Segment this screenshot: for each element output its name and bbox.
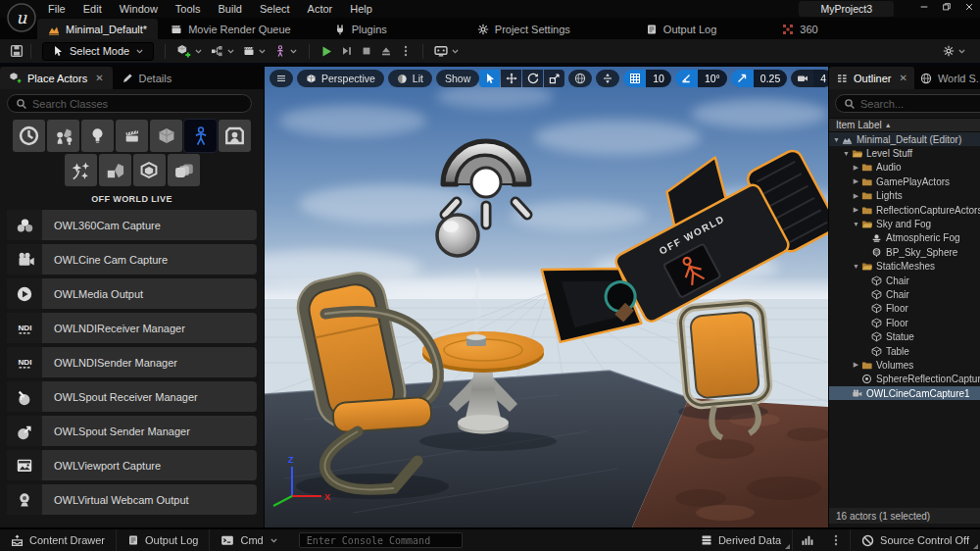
menu-window[interactable]: Window — [111, 1, 167, 17]
outliner-search-field[interactable] — [835, 94, 980, 113]
outliner-row-sky-and-fog[interactable]: ▼Sky and Fog — [829, 217, 980, 230]
category-shapes[interactable] — [150, 120, 182, 152]
show-dropdown[interactable]: Show — [436, 70, 479, 87]
category-characters[interactable] — [184, 120, 217, 152]
menu-select[interactable]: Select — [251, 1, 299, 17]
outliner-row-bp-sky-sphere[interactable]: BP_Sky_Sphere — [829, 245, 980, 259]
save-button[interactable] — [10, 44, 24, 58]
category-cinematic[interactable] — [116, 120, 148, 152]
outliner-row-statue[interactable]: Statue — [829, 329, 980, 343]
outliner-row-level-stuff[interactable]: ▼Level Stuff — [829, 146, 980, 160]
frame-skip-button[interactable] — [337, 40, 357, 62]
grid-snap-control[interactable]: 10 — [623, 70, 671, 87]
expander-icon[interactable]: ▼ — [852, 221, 860, 227]
minimize-icon[interactable] — [919, 2, 929, 12]
outliner-row-audio[interactable]: ▶Audio — [829, 161, 980, 175]
sphere-sprite[interactable] — [437, 215, 478, 256]
maximize-icon[interactable] — [942, 2, 952, 12]
outliner-row-volumes[interactable]: ▶Volumes — [829, 358, 980, 372]
outliner-row-floor[interactable]: Floor — [829, 302, 980, 316]
place-item-owlmedia-output[interactable]: OWLMedia Output — [7, 278, 257, 309]
rotation-snap-control[interactable]: 10° — [675, 70, 727, 87]
output-log-button[interactable]: Output Log — [117, 529, 210, 551]
place-item-owlvirtual-webcam-output[interactable]: OWLVirtual Webcam Output — [7, 484, 257, 515]
stop-button[interactable] — [357, 40, 376, 62]
tab-details[interactable]: Details — [113, 67, 181, 89]
outliner-row-chair[interactable]: Chair — [829, 287, 980, 301]
place-item-owlndireceiver-manager[interactable]: NDIOWLNDIReceiver Manager — [7, 313, 257, 343]
expander-icon[interactable]: ▶ — [852, 206, 860, 214]
insights-button[interactable] — [793, 529, 822, 551]
eject-button[interactable] — [376, 40, 396, 62]
cinematics-dropdown[interactable] — [239, 40, 270, 62]
expander-icon[interactable]: ▼ — [842, 150, 851, 157]
menu-tools[interactable]: Tools — [167, 1, 210, 17]
outliner-row-gameplayactors[interactable]: ▶GamePlayActors — [829, 175, 980, 188]
category-visual-effects[interactable] — [65, 154, 97, 186]
outliner-row-minimal-default-editor[interactable]: ▼Minimal_Default (Editor) — [829, 132, 980, 146]
tab-project-settings[interactable]: Project Settings — [466, 19, 581, 39]
tab-minimal-default[interactable]: Minimal_Default* — [37, 19, 158, 39]
tab-movie-render-queue[interactable]: Movie Render Queue — [160, 19, 302, 39]
outliner-row-spherereflectioncapture[interactable]: SphereReflectionCapture — [829, 373, 980, 386]
tab-place-actors[interactable]: Place Actors ✕ — [0, 67, 113, 89]
category-recently-placed[interactable] — [13, 120, 45, 152]
settings-dropdown[interactable] — [939, 40, 970, 62]
menu-help[interactable]: Help — [341, 1, 381, 17]
source-control-button[interactable]: Source Control Off — [851, 529, 980, 551]
blueprints-dropdown[interactable] — [207, 40, 239, 62]
expander-icon[interactable]: ▶ — [852, 177, 860, 185]
place-item-owlndisender-manager[interactable]: NDIOWLNDISender Manager — [7, 347, 257, 377]
tab-world-settings[interactable]: World S... — [914, 67, 980, 89]
expander-icon[interactable]: ▶ — [852, 164, 860, 172]
select-tool-button[interactable] — [479, 70, 500, 87]
perspective-dropdown[interactable]: Perspective — [297, 70, 384, 87]
add-actor-dropdown[interactable] — [172, 40, 207, 62]
viewport-options-menu[interactable] — [270, 70, 293, 87]
place-item-owlviewport-capture[interactable]: OWLViewport Capture — [7, 450, 257, 480]
outliner-row-atmospheric-fog[interactable]: Atmospheric Fog — [829, 231, 980, 245]
outliner-row-reflectioncaptureactors[interactable]: ▶ReflectionCaptureActors — [829, 203, 980, 217]
menu-edit[interactable]: Edit — [74, 1, 111, 17]
content-drawer-button[interactable]: Content Drawer — [0, 529, 117, 551]
rotate-tool-button[interactable] — [522, 70, 543, 87]
place-item-owl360cam-capture[interactable]: OWL360Cam Capture — [7, 210, 257, 240]
outliner-row-table[interactable]: Table — [829, 344, 980, 358]
cmd-dropdown[interactable]: Cmd — [210, 529, 288, 551]
menu-actor[interactable]: Actor — [299, 1, 342, 17]
tab-plugins[interactable]: Plugins — [323, 19, 398, 39]
item-label-header[interactable]: Item Label▲ — [829, 118, 980, 132]
camera-speed-control[interactable]: 4 — [791, 70, 828, 87]
move-tool-button[interactable] — [501, 70, 521, 87]
category-media[interactable] — [219, 120, 251, 152]
expander-icon[interactable]: ▼ — [832, 136, 841, 143]
status-kebab-menu[interactable] — [822, 529, 851, 551]
category-all-classes[interactable] — [168, 154, 200, 186]
play-button[interactable] — [317, 40, 337, 62]
expander-icon[interactable]: ▶ — [852, 361, 860, 369]
expander-icon[interactable]: ▶ — [852, 192, 860, 200]
tab-outliner[interactable]: Outliner ✕ — [829, 67, 914, 89]
outliner-search-input[interactable] — [860, 98, 980, 110]
world-local-toggle[interactable] — [568, 70, 592, 87]
select-mode-dropdown[interactable]: Select Mode — [42, 42, 154, 61]
search-classes-input[interactable] — [32, 98, 243, 110]
unreal-logo-icon[interactable]: u — [7, 3, 36, 32]
derived-data-button[interactable]: Derived Data — [690, 529, 793, 551]
outliner-row-owlcinecamcapture1[interactable]: OWLCineCamCapture1 — [829, 386, 980, 400]
expander-icon[interactable]: ▼ — [852, 263, 860, 270]
category-lights[interactable] — [81, 120, 114, 152]
outliner-row-staticmeshes[interactable]: ▼StaticMeshes — [829, 260, 980, 274]
tab-output-log[interactable]: Output Log — [635, 19, 727, 39]
level-viewport[interactable]: OFF WORLD Z X Per — [265, 67, 828, 527]
play-options-menu[interactable] — [396, 40, 416, 62]
surface-snapping-button[interactable] — [596, 70, 619, 87]
scale-snap-control[interactable]: 0.25 — [731, 70, 787, 87]
platforms-dropdown[interactable] — [430, 40, 464, 62]
menu-file[interactable]: File — [39, 1, 74, 17]
outliner-row-chair[interactable]: Chair — [829, 274, 980, 287]
menu-build[interactable]: Build — [210, 1, 251, 17]
close-tab-icon[interactable]: ✕ — [95, 73, 103, 83]
place-item-owlspout-sender-manager[interactable]: OWLSpout Sender Manager — [7, 416, 257, 446]
place-search-field[interactable] — [7, 94, 252, 113]
